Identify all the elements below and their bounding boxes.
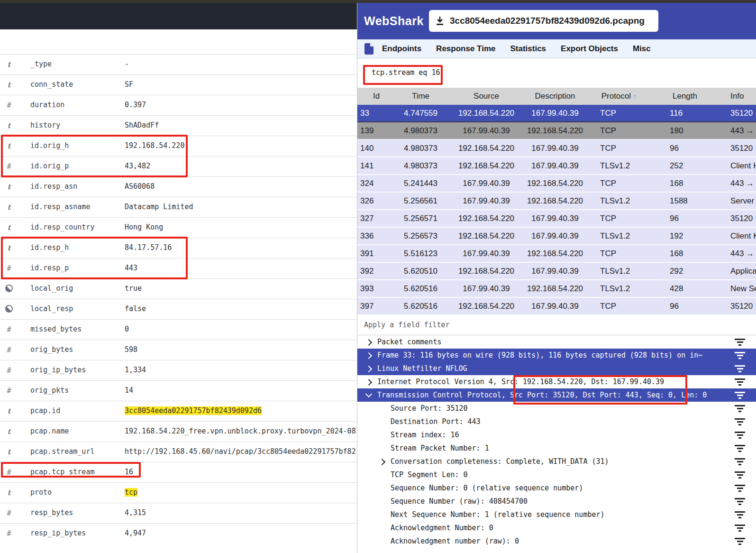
detail-row-3[interactable]: Internet Protocol Version 4, Src: 192.16… [357, 375, 756, 388]
cell-prot: TCP [583, 109, 655, 118]
cell-info: Client H [715, 161, 756, 171]
filter-list-icon[interactable] [734, 511, 746, 518]
text-type-icon: t [5, 223, 13, 232]
menu-item-response-time[interactable]: Response Time [436, 44, 495, 54]
column-header-description[interactable]: Description [527, 92, 583, 101]
field-value: SF [125, 80, 133, 89]
cell-id: 326 [357, 196, 395, 206]
detail-label: Linux Netfilter NFLOG [377, 364, 734, 373]
detail-row-15[interactable]: Acknowledgment number (raw): 0 [357, 535, 756, 548]
filter-list-icon[interactable] [734, 525, 746, 532]
cell-prot: TLSv1.2 [583, 161, 655, 171]
filter-list-icon[interactable] [734, 432, 746, 439]
filter-list-icon[interactable] [734, 458, 746, 465]
packet-row-324[interactable]: 3245.241443167.99.40.39192.168.54.220TCP… [357, 175, 756, 193]
cell-len: 96 [655, 144, 715, 153]
detail-row-8[interactable]: Stream Packet Number: 1 [357, 442, 756, 455]
chevron-right-icon[interactable] [364, 350, 373, 360]
cell-dsc: 192.168.54.220 [527, 249, 583, 258]
detail-row-9[interactable]: Conversation completeness: Complete, WIT… [357, 455, 756, 468]
detail-row-2[interactable]: Linux Netfilter NFLOG [357, 362, 756, 375]
field-value: Hong Kong [125, 223, 163, 231]
filter-list-icon[interactable] [734, 471, 746, 479]
packet-row-397[interactable]: 3975.620516192.168.54.220167.99.40.39TCP… [357, 298, 756, 315]
detail-row-11[interactable]: Sequence Number: 0 (relative sequence nu… [357, 481, 756, 495]
packet-row-141[interactable]: 1414.980373192.168.54.220167.99.40.39TLS… [357, 157, 756, 175]
chevron-right-icon[interactable] [364, 364, 373, 373]
detail-row-7[interactable]: Stream index: 16 [357, 428, 756, 442]
detail-row-10[interactable]: TCP Segment Len: 0 [357, 468, 756, 481]
filter-list-icon[interactable] [734, 339, 746, 346]
packet-row-139[interactable]: 1394.980373167.99.40.39192.168.54.220TCP… [357, 122, 756, 140]
detail-row-4[interactable]: Transmission Control Protocol, Src Port:… [357, 388, 756, 402]
cell-info: 443 → [715, 126, 756, 136]
field-value: 84.17.57.16 [125, 243, 172, 252]
detail-row-0[interactable]: Packet comments [357, 335, 756, 349]
detail-row-12[interactable]: Sequence Number (raw): 408454700 [357, 495, 756, 508]
packet-row-336[interactable]: 3365.256573192.168.54.220167.99.40.39TLS… [357, 228, 756, 245]
cell-src: 167.99.40.39 [446, 196, 527, 206]
detail-row-14[interactable]: Acknowledgment Number: 0 [357, 521, 756, 535]
cell-id: 139 [357, 126, 395, 136]
detail-row-13[interactable]: Next Sequence Number: 1 (relative sequen… [357, 508, 756, 521]
packet-row-327[interactable]: 3275.256571192.168.54.220167.99.40.39TCP… [357, 210, 756, 228]
display-filter-input[interactable]: tcp.stream eq 16 [372, 68, 440, 77]
field-value: - [125, 60, 129, 68]
filter-list-icon[interactable] [734, 352, 746, 359]
column-header-id[interactable]: Id [357, 92, 395, 101]
filter-list-icon[interactable] [734, 498, 746, 505]
filter-list-icon[interactable] [734, 378, 746, 386]
packet-row-33[interactable]: 334.747559192.168.54.220167.99.40.39TCP1… [357, 105, 756, 122]
detail-label: TCP Segment Len: 0 [391, 470, 734, 479]
download-capture-button[interactable]: 3cc8054eeda02291757bf82439d092d6.pcapng [429, 10, 658, 32]
field-value: AS60068 [125, 182, 155, 191]
cell-src: 192.168.54.220 [446, 267, 527, 276]
text-type-icon: t [5, 121, 13, 130]
filter-list-icon[interactable] [734, 418, 746, 425]
packet-row-393[interactable]: 3935.620516167.99.40.39192.168.54.220TLS… [357, 280, 756, 298]
field-name: id.resp_h [30, 243, 69, 252]
filter-list-icon[interactable] [734, 485, 746, 492]
field-row-orig_ip_bytes: #orig_ip_bytes1,334 [0, 360, 357, 380]
chevron-right-icon[interactable] [364, 337, 373, 347]
chevron-placeholder [377, 536, 387, 546]
filter-list-icon[interactable] [734, 392, 746, 399]
filter-list-icon[interactable] [734, 538, 746, 545]
cell-dsc: 167.99.40.39 [527, 214, 583, 223]
packet-table-header: Id Time Source Description Protocol ↑ Le… [357, 88, 756, 105]
filter-list-icon[interactable] [734, 445, 746, 452]
cell-src: 192.168.54.220 [446, 302, 527, 311]
chevron-right-icon[interactable] [364, 377, 373, 387]
chevron-right-icon[interactable] [377, 457, 387, 466]
cell-src: 192.168.54.220 [446, 214, 527, 223]
menu-item-misc[interactable]: Misc [633, 44, 651, 54]
column-header-length[interactable]: Length [655, 92, 715, 101]
field-value: false [125, 304, 146, 313]
detail-label: Acknowledgment Number: 0 [391, 524, 734, 532]
detail-row-6[interactable]: Destination Port: 443 [357, 415, 756, 428]
field-row-local_resp: local_respfalse [0, 299, 357, 319]
chevron-down-icon[interactable] [364, 390, 373, 400]
filter-list-icon[interactable] [734, 405, 746, 412]
packet-row-326[interactable]: 3265.256561167.99.40.39192.168.54.220TLS… [357, 193, 756, 210]
number-type-icon: # [5, 529, 13, 538]
detail-label: Stream Packet Number: 1 [391, 444, 734, 452]
detail-row-1[interactable]: Frame 33: 116 bytes on wire (928 bits), … [357, 349, 756, 362]
cell-time: 5.620516 [395, 284, 446, 294]
field-name: id.resp_asn [30, 182, 77, 191]
column-header-info[interactable]: Info [715, 92, 756, 101]
column-header-time[interactable]: Time [395, 92, 446, 101]
packet-row-391[interactable]: 3915.516123167.99.40.39192.168.54.220TCP… [357, 245, 756, 263]
column-header-source[interactable]: Source [446, 92, 527, 101]
menu-item-export-objects[interactable]: Export Objects [561, 44, 618, 54]
detail-row-5[interactable]: Source Port: 35120 [357, 402, 756, 415]
cell-prot: TLSv1.2 [583, 284, 655, 294]
menu-item-endpoints[interactable]: Endpoints [382, 44, 421, 54]
column-header-protocol[interactable]: Protocol ↑ [583, 92, 655, 101]
packet-row-392[interactable]: 3925.620510192.168.54.220167.99.40.39TLS… [357, 263, 756, 280]
menu-item-statistics[interactable]: Statistics [510, 44, 546, 54]
field-filter-input[interactable]: Apply a field filter [364, 321, 450, 329]
filter-list-icon[interactable] [734, 365, 746, 372]
number-type-icon: # [5, 162, 13, 171]
packet-row-140[interactable]: 1404.980373192.168.54.220167.99.40.39TCP… [357, 140, 756, 157]
